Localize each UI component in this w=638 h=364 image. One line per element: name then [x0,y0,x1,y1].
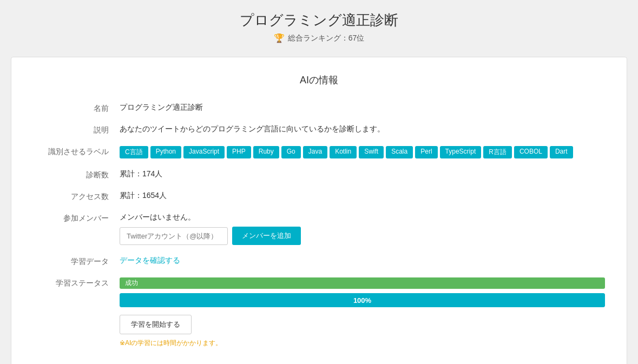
member-value: メンバーはいません。 メンバーを追加 [120,213,605,245]
member-label: 参加メンバー [33,213,120,223]
start-learning-button[interactable]: 学習を開始する [120,315,192,334]
status-block: 成功 100% 学習を開始する ※AIの学習には時間がかかります。 [120,277,605,348]
ranking-row: 🏆 総合ランキング：67位 [0,33,638,43]
description-row: 説明 あなたのツイートからどのプログラミング言語に向いているかを診断します。 [33,124,605,135]
tag-item: COBOL [514,146,548,158]
trophy-icon: 🏆 [274,33,285,43]
tag-item: Kotlin [330,146,357,158]
tag-item: Dart [550,146,573,158]
tag-item: Swift [359,146,384,158]
learning-status-row: 学習ステータス 成功 100% 学習を開始する ※AIの学習には時間がかかります… [33,277,605,348]
member-row-inner: メンバーはいません。 メンバーを追加 [120,213,605,245]
progress-bar: 100% [120,293,605,307]
description-label: 説明 [33,124,120,135]
access-value: 累計：1654人 [120,191,605,201]
tags-container: C言語PythonJavaScriptPHPRubyGoJavaKotlinSw… [120,146,605,158]
tag-item: R言語 [483,146,512,158]
learning-status-label: 学習ステータス [33,277,120,288]
tag-item: Python [150,146,181,158]
tag-item: PHP [227,146,251,158]
add-member-button[interactable]: メンバーを追加 [232,227,301,245]
note-text: ※AIの学習には時間がかかります。 [120,339,605,348]
tag-item: Ruby [253,146,279,158]
learning-status-value: 成功 100% 学習を開始する ※AIの学習には時間がかかります。 [120,277,605,348]
learning-data-row: 学習データ データを確認する [33,256,605,267]
diagnosis-row: 診断数 累計：174人 [33,169,605,180]
access-label: アクセス数 [33,191,120,202]
learning-data-link[interactable]: データを確認する [120,256,180,264]
member-input-row: メンバーを追加 [120,227,605,245]
learning-data-label: 学習データ [33,256,120,267]
tag-item: C言語 [120,146,148,158]
access-row: アクセス数 累計：1654人 [33,191,605,202]
labels-value: C言語PythonJavaScriptPHPRubyGoJavaKotlinSw… [120,146,605,158]
learning-data-value: データを確認する [120,256,605,266]
name-value: プログラミング適正診断 [120,103,605,112]
success-badge: 成功 [120,277,605,289]
tag-item: Perl [415,146,437,158]
page-title: プログラミング適正診断 [0,11,638,30]
tag-item: TypeScript [440,146,482,158]
card-title: AIの情報 [33,74,605,87]
member-row: 参加メンバー メンバーはいません。 メンバーを追加 [33,213,605,245]
page-header: プログラミング適正診断 🏆 総合ランキング：67位 [0,0,638,51]
progress-container: 100% [120,293,605,307]
name-label: 名前 [33,103,120,114]
tag-item: Go [281,146,301,158]
tag-item: Scala [386,146,413,158]
twitter-input[interactable] [120,227,228,245]
diagnosis-label: 診断数 [33,169,120,180]
progress-label: 100% [353,296,371,305]
labels-label: 識別させるラベル [33,146,120,157]
tag-item: JavaScript [183,146,225,158]
member-none-text: メンバーはいません。 [120,213,605,222]
labels-row: 識別させるラベル C言語PythonJavaScriptPHPRubyGoJav… [33,146,605,158]
description-value: あなたのツイートからどのプログラミング言語に向いているかを診断します。 [120,124,605,134]
main-card: AIの情報 名前 プログラミング適正診断 説明 あなたのツイートからどのプログラ… [11,57,627,364]
ranking-label: 総合ランキング：67位 [288,34,365,43]
diagnosis-value: 累計：174人 [120,169,605,179]
learning-btn-row: 学習を開始する [120,315,605,334]
tag-item: Java [303,146,327,158]
name-row: 名前 プログラミング適正診断 [33,103,605,114]
